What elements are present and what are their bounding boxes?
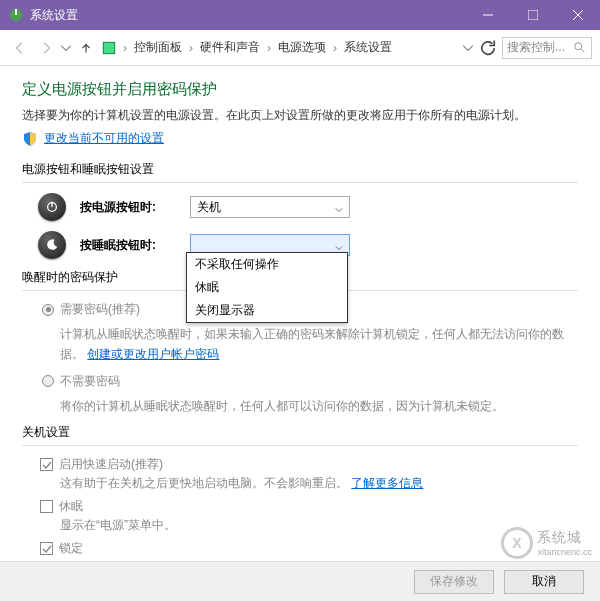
power-button-label: 按电源按钮时: (80, 199, 176, 216)
checkbox-fast-startup[interactable] (40, 458, 53, 471)
svg-line-8 (581, 48, 585, 52)
create-password-link[interactable]: 创建或更改用户帐户密码 (87, 347, 219, 361)
breadcrumb-item[interactable]: 硬件和声音 (198, 39, 262, 56)
nav-forward-button[interactable] (34, 36, 58, 60)
nav-back-button[interactable] (8, 36, 32, 60)
sleep-button-dropdown: 不采取任何操作 休眠 关闭显示器 (186, 252, 348, 323)
search-input[interactable]: 搜索控制... (502, 37, 592, 59)
radio-no-password-label: 不需要密码 (60, 373, 120, 390)
fast-startup-desc: 这有助于在关机之后更快地启动电脑。不会影响重启。 了解更多信息 (60, 475, 578, 492)
button-bar: 保存修改 取消 (0, 561, 600, 601)
maximize-button[interactable] (510, 0, 555, 30)
svg-point-7 (575, 42, 582, 49)
page-heading: 定义电源按钮并启用密码保护 (22, 80, 578, 99)
dropdown-option[interactable]: 不采取任何操作 (187, 253, 347, 276)
divider (22, 182, 578, 183)
checkbox-lock[interactable] (40, 542, 53, 555)
shield-icon (22, 131, 38, 147)
divider (22, 445, 578, 446)
sleep-icon (38, 231, 66, 259)
breadcrumb-sep-icon: › (120, 41, 130, 55)
breadcrumb-sep-icon: › (330, 41, 340, 55)
refresh-button[interactable] (478, 38, 498, 58)
radio-require-password-label: 需要密码(推荐) (60, 301, 140, 318)
nav-history-dropdown[interactable] (60, 36, 72, 60)
search-placeholder: 搜索控制... (507, 39, 565, 56)
nav-up-button[interactable] (74, 36, 98, 60)
close-button[interactable] (555, 0, 600, 30)
section-title-buttons: 电源按钮和睡眠按钮设置 (22, 161, 578, 178)
window-titlebar: 系统设置 (0, 0, 600, 30)
dropdown-option[interactable]: 关闭显示器 (187, 299, 347, 322)
breadcrumb-sep-icon: › (264, 41, 274, 55)
sleep-button-label: 按睡眠按钮时: (80, 237, 176, 254)
hibernate-label: 休眠 (59, 498, 83, 515)
svg-rect-6 (103, 42, 114, 53)
control-panel-icon (100, 39, 118, 57)
fast-startup-desc-text: 这有助于在关机之后更快地启动电脑。不会影响重启。 (60, 476, 348, 490)
svg-rect-3 (528, 10, 538, 20)
save-button[interactable]: 保存修改 (414, 570, 494, 594)
content-area: 定义电源按钮并启用密码保护 选择要为你的计算机设置的电源设置。在此页上对设置所做… (0, 66, 600, 561)
radio-require-password[interactable] (42, 304, 54, 316)
learn-more-link[interactable]: 了解更多信息 (351, 476, 423, 490)
chevron-down-icon (335, 241, 343, 249)
no-password-desc: 将你的计算机从睡眠状态唤醒时，任何人都可以访问你的数据，因为计算机未锁定。 (60, 396, 578, 416)
power-button-combo[interactable]: 关机 (190, 196, 350, 218)
lock-label: 锁定 (59, 540, 83, 557)
toolbar: › 控制面板 › 硬件和声音 › 电源选项 › 系统设置 搜索控制... (0, 30, 600, 66)
checkbox-hibernate[interactable] (40, 500, 53, 513)
admin-settings-link[interactable]: 更改当前不可用的设置 (44, 130, 164, 147)
breadcrumb-item[interactable]: 控制面板 (132, 39, 184, 56)
power-icon (38, 193, 66, 221)
cancel-button[interactable]: 取消 (504, 570, 584, 594)
svg-rect-1 (15, 9, 17, 15)
power-button-row: 按电源按钮时: 关机 (38, 193, 578, 221)
breadcrumb-item[interactable]: 系统设置 (342, 39, 394, 56)
radio-no-password[interactable] (42, 375, 54, 387)
breadcrumb-dropdown[interactable] (462, 36, 474, 60)
breadcrumb-item[interactable]: 电源选项 (276, 39, 328, 56)
hibernate-desc: 显示在“电源”菜单中。 (60, 517, 578, 534)
fast-startup-label: 启用快速启动(推荐) (59, 456, 163, 473)
dropdown-option[interactable]: 休眠 (187, 276, 347, 299)
minimize-button[interactable] (465, 0, 510, 30)
search-icon (573, 41, 587, 55)
breadcrumb-sep-icon: › (186, 41, 196, 55)
page-subtext: 选择要为你的计算机设置的电源设置。在此页上对设置所做的更改将应用于你所有的电源计… (22, 107, 578, 124)
window-title: 系统设置 (30, 7, 78, 24)
section-title-shutdown: 关机设置 (22, 424, 578, 441)
power-button-value: 关机 (197, 199, 221, 216)
require-password-desc: 计算机从睡眠状态唤醒时，如果未输入正确的密码来解除计算机锁定，任何人都无法访问你… (60, 324, 578, 365)
chevron-down-icon (335, 203, 343, 211)
app-icon (8, 7, 24, 23)
